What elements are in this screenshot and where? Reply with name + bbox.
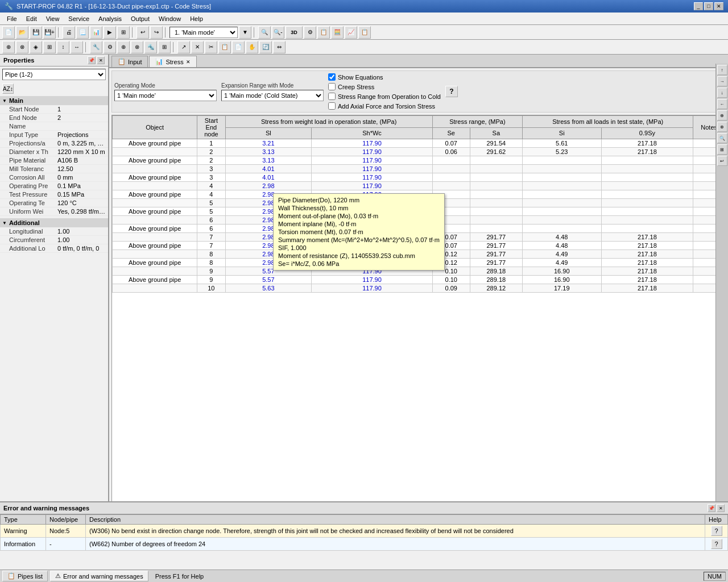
properties-pin-button[interactable]: 📌 xyxy=(88,56,96,64)
sidebar-icon-9[interactable]: ↩ xyxy=(717,156,727,166)
menu-analysis[interactable]: Analysis xyxy=(94,14,126,23)
sidebar-icon-8[interactable]: ⊞ xyxy=(717,144,727,155)
prop-start-node-value: 1 xyxy=(57,106,106,113)
table-row[interactable]: 34.01117.90 xyxy=(113,165,725,173)
additional-section-header[interactable]: ▼ Additional xyxy=(0,218,108,227)
stress-range-checkbox[interactable] xyxy=(328,93,336,100)
operating-mode-select[interactable]: 1 'Main mode' xyxy=(114,90,217,101)
menu-edit[interactable]: Edit xyxy=(22,14,42,23)
undo-button[interactable]: ↩ xyxy=(136,26,149,39)
tab-input-icon: 📋 xyxy=(118,58,126,65)
pipe-button[interactable]: 🔧 xyxy=(90,41,102,53)
menu-service[interactable]: Service xyxy=(64,14,94,23)
bottom-close-button[interactable]: ✕ xyxy=(717,504,725,512)
tool9-button[interactable]: 🔩 xyxy=(144,41,157,53)
print-button[interactable]: 🖨 xyxy=(63,26,75,39)
zoom-button[interactable]: 🔍 xyxy=(258,26,271,39)
copy-button[interactable]: 📋 xyxy=(218,41,231,53)
col-type: Type xyxy=(1,515,46,525)
tab-input[interactable]: 📋 Input xyxy=(111,56,148,67)
error-messages-tab[interactable]: ⚠ Error and warning messages xyxy=(50,571,148,581)
tool1-button[interactable]: ⊕ xyxy=(2,41,15,53)
sort-button[interactable]: AZ↕ xyxy=(2,84,14,94)
tab-stress[interactable]: 📊 Stress ✕ xyxy=(149,56,196,67)
run-button[interactable]: ▶ xyxy=(104,26,116,39)
tool10-button[interactable]: ⊞ xyxy=(158,41,171,53)
show-equations-checkbox[interactable] xyxy=(328,73,336,81)
table-row[interactable]: 23.13117.900.06291.625.23217.18 xyxy=(113,148,725,156)
rotate-button[interactable]: 🔄 xyxy=(259,41,272,53)
bottom-pin-button[interactable]: 📌 xyxy=(708,504,715,512)
sidebar-icon-7[interactable]: 🔍 xyxy=(717,133,727,143)
stress-help-button[interactable]: ? xyxy=(445,86,458,97)
prop-material: Pipe Material A106 B xyxy=(0,156,108,165)
tool7-button[interactable]: ⊕ xyxy=(117,41,130,53)
sidebar-icon-2[interactable]: → xyxy=(717,76,727,86)
restore-button[interactable]: □ xyxy=(704,2,713,10)
sidebar-icon-6[interactable]: ⊗ xyxy=(717,122,727,132)
sidebar-icon-5[interactable]: ⊕ xyxy=(717,110,727,120)
menu-window[interactable]: Window xyxy=(154,14,185,23)
prop-uniform-weight: Uniform Wei Yes, 0.298 tf/m, C xyxy=(0,207,108,216)
tool6-button[interactable]: ↔ xyxy=(71,41,83,53)
pipes-list-tab[interactable]: 📋 Pipes list xyxy=(2,571,48,581)
main-section-header[interactable]: ▼ Main xyxy=(0,96,108,105)
pipe2-button[interactable]: ⚙ xyxy=(104,41,116,53)
properties-close-button[interactable]: ✕ xyxy=(97,56,105,64)
expansion-range-select[interactable]: 1 'Main mode' (Cold State) xyxy=(221,90,324,101)
menu-view[interactable]: View xyxy=(42,14,64,23)
prop-projections: Projections/a 0 m, 3.225 m, 0 m xyxy=(0,139,108,148)
minimize-button[interactable]: _ xyxy=(694,2,703,10)
tab-stress-close[interactable]: ✕ xyxy=(186,59,191,65)
sidebar-icon-1[interactable]: ↑ xyxy=(717,65,727,75)
tool5-button[interactable]: ↕ xyxy=(57,41,69,53)
mirror-button[interactable]: ⇔ xyxy=(273,41,286,53)
export-button[interactable]: 📊 xyxy=(90,26,102,39)
prop-op-pressure-value: 0.1 MPa xyxy=(57,182,106,189)
table-row[interactable]: Above ground pipe34.01117.90 xyxy=(113,173,725,182)
pipe-selector[interactable]: Pipe (1-2) xyxy=(2,69,106,80)
print2-button[interactable]: 📃 xyxy=(76,26,89,39)
zoom-out-button[interactable]: 🔍- xyxy=(272,26,284,39)
sidebar-icon-3[interactable]: ↓ xyxy=(717,88,727,98)
graph-button[interactable]: 📈 xyxy=(345,26,357,39)
grid-button[interactable]: ⊞ xyxy=(117,26,130,39)
redo-button[interactable]: ↪ xyxy=(150,26,163,39)
row-help-button[interactable]: ? xyxy=(711,539,722,549)
tool4-button[interactable]: ⊞ xyxy=(43,41,56,53)
table-row[interactable]: Above ground pipe13.21117.900.07291.545.… xyxy=(113,139,725,148)
stress-table-container[interactable]: Object Start End node Stress from weight… xyxy=(111,115,726,508)
save-all-button[interactable]: 💾+ xyxy=(43,26,56,39)
sidebar-icon-4[interactable]: ← xyxy=(717,99,727,109)
new-button[interactable]: 📄 xyxy=(2,26,15,39)
save-button[interactable]: 💾 xyxy=(30,26,42,39)
table-row[interactable]: Above ground pipe95.57117.900.10289.1816… xyxy=(113,276,725,284)
3d-button[interactable]: 3D xyxy=(286,26,303,39)
tool2-button[interactable]: ⊗ xyxy=(16,41,28,53)
table-row[interactable]: Above ground pipe23.13117.90 xyxy=(113,156,725,165)
list-button[interactable]: 📋 xyxy=(358,26,371,39)
select-button[interactable]: ↗ xyxy=(177,41,190,53)
table-row[interactable]: 105.63117.900.09289.1217.19217.18 xyxy=(113,284,725,293)
close-button[interactable]: ✕ xyxy=(714,2,723,10)
settings-button[interactable]: ⚙ xyxy=(304,26,316,39)
move-button[interactable]: ✋ xyxy=(246,41,258,53)
cut-button[interactable]: ✂ xyxy=(205,41,217,53)
tool8-button[interactable]: ⊗ xyxy=(131,41,143,53)
paste-button[interactable]: 📄 xyxy=(232,41,245,53)
table-row[interactable]: 42.98117.90 xyxy=(113,182,725,190)
prop-longitudinal: Longitudinal 1.00 xyxy=(0,227,108,236)
menu-help[interactable]: Help xyxy=(185,14,208,23)
delete-button[interactable]: ✕ xyxy=(191,41,204,53)
menu-file[interactable]: File xyxy=(2,14,22,23)
open-button[interactable]: 📂 xyxy=(16,26,28,39)
add-axial-checkbox[interactable] xyxy=(328,102,336,110)
options-button[interactable]: 📋 xyxy=(317,26,330,39)
row-help-button[interactable]: ? xyxy=(711,526,722,536)
creep-stress-checkbox[interactable] xyxy=(328,83,336,90)
mode-selector[interactable]: 1. 'Main mode' xyxy=(169,27,238,38)
calc-button[interactable]: 🧮 xyxy=(331,26,344,39)
menu-output[interactable]: Output xyxy=(126,14,154,23)
tool3-button[interactable]: ◈ xyxy=(30,41,42,53)
mode-menu-button[interactable]: ▼ xyxy=(239,26,251,39)
